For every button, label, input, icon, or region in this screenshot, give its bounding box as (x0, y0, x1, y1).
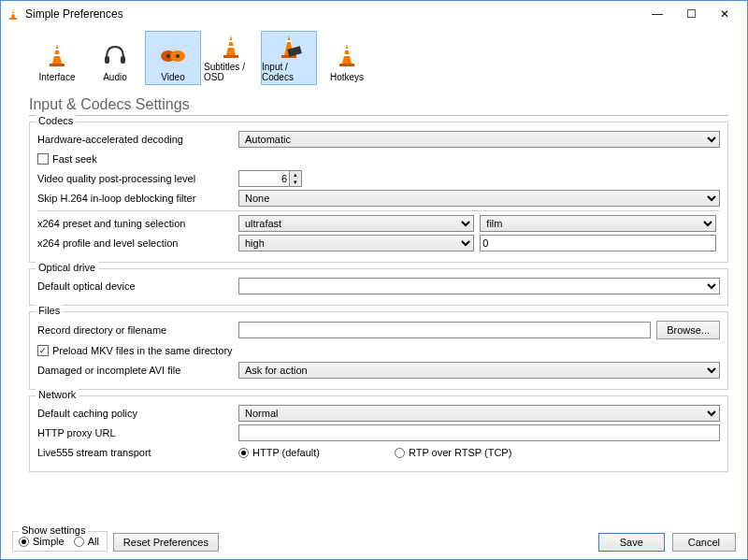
minimize-button[interactable]: — (640, 3, 674, 25)
svg-rect-14 (227, 46, 235, 48)
optical-label: Default optical device (37, 280, 238, 292)
vq-label: Video quality post-processing level (37, 173, 238, 184)
x264-tune-select[interactable]: film (480, 215, 715, 232)
damaged-select[interactable]: Ask for action (238, 362, 720, 379)
svg-rect-3 (50, 64, 65, 66)
vlc-app-icon (7, 7, 20, 21)
svg-rect-13 (228, 40, 234, 42)
svg-rect-12 (223, 55, 238, 58)
damaged-label: Damaged or incomplete AVI file (37, 365, 238, 376)
cache-select[interactable]: Normal (238, 405, 720, 422)
video-icon (156, 38, 190, 72)
record-label: Record directory or filename (37, 324, 238, 336)
maximize-button[interactable]: ☐ (674, 3, 708, 25)
page-title: Input & Codecs Settings (29, 96, 728, 116)
rtp-radio[interactable]: RTP over RTSP (TCP) (395, 447, 511, 458)
svg-rect-19 (344, 49, 350, 50)
all-radio[interactable]: All (74, 536, 99, 547)
cancel-button[interactable]: Cancel (672, 533, 736, 552)
tab-interface[interactable]: Interface (29, 31, 85, 85)
simple-radio[interactable]: Simple (19, 536, 65, 547)
svg-point-10 (166, 54, 170, 58)
reset-button[interactable]: Reset Preferences (113, 533, 219, 552)
x264-profile-select[interactable]: high (238, 235, 474, 251)
tab-input-codecs[interactable]: Input / Codecs (261, 31, 317, 85)
footer: Show settings Simple All Reset Preferenc… (12, 531, 736, 552)
window-title: Simple Preferences (25, 7, 640, 21)
proxy-label: HTTP proxy URL (37, 427, 238, 438)
vq-spinner[interactable]: ▴▾ (238, 170, 302, 187)
close-button[interactable]: ✕ (708, 3, 741, 25)
category-tabs: Interface Audio Video Subtitles / OSD In… (1, 27, 747, 93)
proxy-input[interactable] (238, 424, 720, 441)
svg-rect-18 (339, 64, 354, 66)
svg-rect-7 (121, 56, 125, 64)
svg-point-11 (176, 54, 180, 58)
headphones-icon (98, 38, 132, 72)
network-group: Network Default caching policy Normal HT… (29, 395, 728, 472)
tab-hotkeys[interactable]: Hotkeys (319, 31, 375, 85)
cone-icon (40, 38, 74, 72)
svg-rect-1 (12, 10, 15, 11)
preload-mkv-checkbox[interactable]: ✓Preload MKV files in the same directory (37, 345, 233, 356)
codecs-group: Codecs Hardware-accelerated decoding Aut… (29, 122, 728, 263)
browse-button[interactable]: Browse... (656, 321, 720, 339)
svg-rect-2 (11, 13, 15, 14)
svg-rect-16 (286, 40, 292, 42)
fast-seek-checkbox[interactable]: Fast seek (37, 153, 97, 165)
content-area: Input & Codecs Settings Codecs Hardware-… (1, 93, 747, 559)
x264-preset-label: x264 preset and tuning selection (37, 218, 238, 229)
x264-preset-select[interactable]: ultrafast (238, 215, 474, 232)
optical-select[interactable] (238, 278, 720, 294)
tab-audio[interactable]: Audio (87, 31, 143, 85)
cone-icon (330, 38, 364, 72)
hw-decode-label: Hardware-accelerated decoding (37, 134, 238, 145)
skip-label: Skip H.264 in-loop deblocking filter (37, 193, 238, 204)
preferences-window: Simple Preferences — ☐ ✕ Interface Audio… (0, 0, 748, 560)
skip-select[interactable]: None (238, 190, 720, 207)
x264-level-input[interactable] (480, 235, 715, 251)
record-input[interactable] (238, 322, 651, 338)
cone-icon (214, 32, 248, 62)
tab-subtitles[interactable]: Subtitles / OSD (203, 31, 259, 85)
cache-label: Default caching policy (37, 408, 238, 419)
optical-group: Optical drive Default optical device (29, 268, 728, 306)
hw-decode-select[interactable]: Automatic (238, 131, 720, 148)
tab-video[interactable]: Video (145, 31, 201, 85)
spin-up-icon[interactable]: ▴ (290, 171, 301, 179)
svg-rect-0 (9, 18, 17, 20)
files-group: Files Record directory or filename Brows… (29, 311, 728, 390)
svg-rect-6 (105, 56, 109, 64)
save-button[interactable]: Save (598, 533, 665, 552)
svg-rect-20 (343, 54, 351, 56)
show-settings-group: Show settings Simple All (12, 531, 108, 552)
http-radio[interactable]: HTTP (default) (238, 447, 320, 458)
spin-down-icon[interactable]: ▾ (290, 179, 301, 186)
live555-label: Live555 stream transport (37, 447, 238, 458)
titlebar: Simple Preferences — ☐ ✕ (1, 1, 747, 27)
cone-card-icon (272, 32, 306, 62)
svg-rect-4 (54, 49, 60, 50)
svg-rect-5 (53, 54, 61, 56)
x264-profile-label: x264 profile and level selection (37, 237, 238, 249)
